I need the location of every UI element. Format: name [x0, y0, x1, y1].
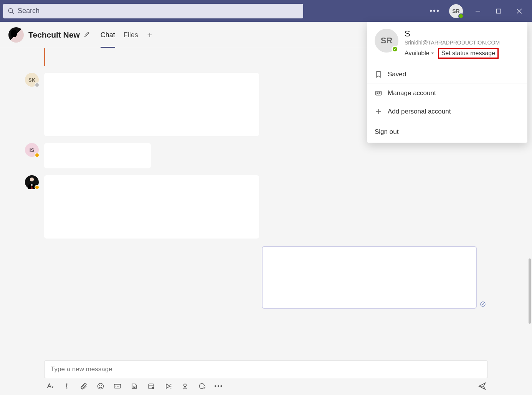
- profile-info: S Srinidhi@TARRADPRODUCTION.COM Availabl…: [405, 29, 520, 59]
- bookmark-icon: [375, 71, 382, 78]
- svg-point-29: [377, 92, 378, 94]
- svg-text:GIF: GIF: [116, 385, 119, 388]
- conversation-avatar: [8, 27, 24, 43]
- svg-point-11: [98, 383, 104, 389]
- more-compose-icon[interactable]: •••: [215, 382, 223, 390]
- menu-item-manage-account[interactable]: Manage account: [367, 84, 527, 102]
- stream-icon[interactable]: [164, 382, 172, 390]
- presence-away-icon: [35, 185, 40, 190]
- priority-icon[interactable]: !: [63, 382, 71, 390]
- add-tab-button[interactable]: [147, 22, 153, 48]
- availability-dropdown[interactable]: Available: [405, 50, 434, 57]
- compose-toolbar: ! GIF + •••: [44, 382, 488, 390]
- plus-icon: [375, 108, 382, 115]
- profile-header: SR S Srinidhi@TARRADPRODUCTION.COM Avail…: [367, 22, 527, 65]
- more-icon[interactable]: •••: [430, 7, 440, 15]
- schedule-icon[interactable]: +: [147, 382, 155, 390]
- message-bubble[interactable]: [44, 143, 151, 168]
- format-icon[interactable]: [46, 382, 54, 390]
- tabs: Chat Files: [101, 22, 153, 48]
- menu-item-saved[interactable]: Saved: [367, 65, 527, 84]
- message-input-placeholder: Type a new message: [51, 365, 112, 373]
- user-avatar-initials: SR: [452, 8, 459, 14]
- message-input[interactable]: Type a new message: [44, 360, 488, 378]
- profile-name: S: [405, 29, 520, 39]
- sender-avatar-suit: [25, 175, 39, 189]
- svg-rect-3: [497, 9, 501, 13]
- compose-area: Type a new message ! GIF + •••: [0, 360, 532, 395]
- svg-point-16: [134, 386, 134, 387]
- svg-rect-9: [31, 184, 33, 186]
- titlebar: Search ••• SR: [0, 0, 532, 22]
- emoji-icon[interactable]: [96, 382, 105, 390]
- svg-point-0: [8, 8, 13, 13]
- titlebar-controls: ••• SR: [430, 4, 529, 18]
- minimize-button[interactable]: [472, 5, 484, 17]
- svg-point-12: [99, 385, 100, 386]
- menu-item-add-personal-account[interactable]: Add personal account: [367, 102, 527, 121]
- search-input[interactable]: Search: [3, 4, 303, 18]
- presence-away-icon: [35, 153, 40, 158]
- svg-point-10: [481, 302, 485, 306]
- set-status-message-button[interactable]: Set status message: [438, 48, 499, 59]
- message-row: [8, 175, 524, 239]
- sent-message-row: [8, 246, 486, 309]
- message-bubble[interactable]: [44, 73, 259, 136]
- sent-message-bubble[interactable]: [262, 246, 477, 309]
- user-avatar[interactable]: SR: [449, 4, 463, 18]
- id-card-icon: [375, 89, 382, 97]
- profile-avatar: SR: [375, 29, 398, 53]
- svg-point-26: [184, 384, 187, 387]
- tab-chat[interactable]: Chat: [101, 22, 115, 48]
- presence-offline-icon: [35, 82, 40, 87]
- conversation-title: Techcult New: [28, 30, 80, 40]
- svg-line-1: [12, 12, 14, 14]
- close-button[interactable]: [514, 5, 525, 17]
- maximize-button[interactable]: [493, 5, 504, 17]
- edit-icon[interactable]: [84, 31, 91, 39]
- svg-rect-28: [376, 91, 382, 95]
- svg-marker-22: [166, 384, 170, 388]
- svg-point-17: [135, 386, 135, 387]
- search-icon: [8, 8, 15, 15]
- loop-icon[interactable]: [198, 382, 206, 390]
- sticker-icon[interactable]: [130, 382, 139, 390]
- send-button[interactable]: [478, 382, 486, 390]
- presence-available-icon: [458, 13, 464, 19]
- message-row: IS: [8, 143, 524, 168]
- presence-available-icon: [392, 46, 398, 53]
- sender-avatar-sk: SK: [25, 73, 39, 87]
- profile-email: Srinidhi@TARRADPRODUCTION.COM: [405, 40, 520, 46]
- attach-icon[interactable]: [79, 382, 88, 390]
- tab-files[interactable]: Files: [124, 22, 138, 48]
- scrollbar[interactable]: [529, 258, 531, 324]
- profile-menu: SR S Srinidhi@TARRADPRODUCTION.COM Avail…: [367, 22, 527, 143]
- menu-item-sign-out[interactable]: Sign out: [367, 121, 527, 143]
- search-placeholder: Search: [18, 7, 40, 15]
- message-bubble[interactable]: [44, 175, 259, 239]
- sender-avatar-is: IS: [25, 143, 39, 157]
- praise-icon[interactable]: [181, 382, 189, 390]
- read-receipt-icon: [480, 301, 486, 309]
- svg-point-13: [101, 385, 102, 386]
- gif-icon[interactable]: GIF: [113, 382, 122, 390]
